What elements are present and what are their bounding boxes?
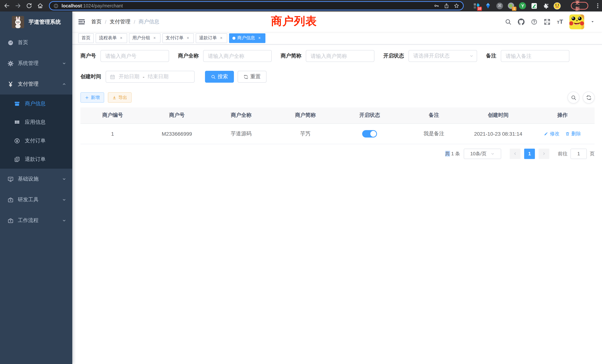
forward-icon[interactable] — [15, 3, 21, 9]
column-header: 商户号 — [145, 107, 209, 123]
filter-row-1: 商户号 商户全称 商户简称 开启状态 请选择开启状态 — [80, 50, 595, 62]
edit-link[interactable]: 修改 — [544, 130, 559, 137]
tags-view: 首页 流程表单× 用户分组× 支付订单× 退款订单× 商户信息× — [72, 32, 602, 44]
navbar: 首页 / 支付管理 / 商户信息 TT — [72, 11, 602, 32]
help-icon[interactable] — [531, 18, 538, 25]
total-count: 共 1 条 — [445, 150, 460, 157]
search-button[interactable]: 搜索 — [205, 71, 234, 83]
extension-circle-icon[interactable]: 1 — [507, 2, 515, 10]
sidebar-item-app-info[interactable]: 应用信息 — [0, 113, 72, 132]
total-number: 1 — [451, 151, 454, 156]
sidebar-item-infrastructure[interactable]: 基础设施 — [0, 169, 72, 189]
date-range-picker[interactable]: 开始日期 - 结束日期 — [106, 71, 195, 83]
sidebar-item-payment[interactable]: 支付管理 — [0, 74, 72, 95]
tab-refund-order[interactable]: 退款订单× — [196, 33, 227, 43]
goto-page-input[interactable] — [570, 149, 587, 159]
extension-y-icon[interactable]: Y — [519, 2, 526, 10]
prev-page-button[interactable] — [510, 149, 520, 159]
page-number-current[interactable]: 1 — [524, 149, 535, 159]
sidebar-item-system[interactable]: 系统管理 — [0, 53, 72, 74]
address-bar[interactable]: localhost:1024/pay/merchant — [49, 1, 464, 10]
merchant-table: 商户编号 商户号 商户全称 商户简称 开启状态 备注 创建时间 操作 1 — [80, 107, 595, 144]
profile-emoji-icon[interactable] — [553, 2, 561, 10]
home-icon[interactable] — [37, 3, 43, 9]
chevron-up-icon — [62, 82, 66, 86]
tab-merchant-info-active[interactable]: 商户信息× — [229, 33, 265, 43]
breadcrumb-home[interactable]: 首页 — [91, 18, 102, 25]
short-name-input[interactable] — [306, 50, 374, 62]
cell-merchant-name: 芋道源码 — [209, 123, 273, 144]
font-size-icon[interactable]: TT — [557, 18, 563, 25]
toggle-knob — [370, 131, 376, 137]
sidebar-item-refund-order[interactable]: 退款订单 — [0, 150, 72, 169]
avatar[interactable] — [569, 14, 584, 29]
sidebar-item-merchant-info[interactable]: 商户信息 — [0, 95, 72, 113]
sidebar-collapse-icon[interactable] — [78, 18, 85, 25]
close-icon[interactable]: × — [185, 35, 191, 41]
extension-command-icon[interactable]: ⌘ — [496, 2, 503, 10]
sidebar-logo[interactable]: 芋道管理系统 — [0, 11, 72, 32]
search-icon — [571, 95, 576, 100]
back-icon[interactable] — [4, 3, 10, 9]
table-tools — [568, 92, 595, 103]
bookmark-star-icon[interactable] — [454, 3, 459, 9]
browser-menu-icon[interactable] — [597, 3, 598, 8]
sidebar-item-pay-order[interactable]: 支付订单 — [0, 132, 72, 150]
extension-gem-icon[interactable] — [484, 2, 492, 10]
button-label: 导出 — [118, 94, 127, 101]
export-button[interactable]: 导出 — [108, 92, 132, 103]
search-icon[interactable] — [505, 18, 512, 25]
reload-icon[interactable] — [26, 3, 32, 9]
tab-home[interactable]: 首页 — [78, 33, 94, 43]
cell-actions: 修改 删除 — [530, 123, 595, 144]
status-select[interactable]: 请选择开启状态 — [408, 50, 477, 62]
sidebar-item-workflow[interactable]: 工作流程 — [0, 210, 72, 231]
command-glyph: ⌘ — [496, 2, 503, 9]
full-name-input[interactable] — [203, 50, 272, 62]
refresh-table-button[interactable] — [583, 92, 595, 103]
tab-pay-order[interactable]: 支付订单× — [162, 33, 194, 43]
filter-merchant-no: 商户号 — [80, 50, 169, 62]
column-header: 创建时间 — [466, 107, 530, 123]
column-header: 商户全称 — [209, 107, 273, 123]
close-icon[interactable]: × — [152, 35, 157, 41]
payment-submenu: 商户信息 应用信息 支付订单 退款订单 — [0, 95, 72, 169]
extensions-puzzle-icon[interactable] — [542, 2, 549, 10]
browser-update-button[interactable]: 更新 — [571, 2, 588, 10]
cell-merchant-no: M233666999 — [145, 123, 209, 144]
sidebar-item-label: 支付订单 — [25, 138, 46, 144]
sidebar-item-dev-tools[interactable]: 研发工具 — [0, 189, 72, 210]
close-icon[interactable]: × — [219, 35, 224, 41]
filter-label: 商户全称 — [178, 53, 199, 59]
reset-button[interactable]: 重置 — [238, 71, 267, 83]
documents-icon — [14, 156, 20, 163]
add-button[interactable]: 新增 — [80, 92, 104, 103]
close-icon[interactable]: × — [119, 35, 124, 41]
github-icon[interactable] — [518, 18, 525, 25]
caret-down-icon[interactable] — [591, 20, 595, 24]
chevron-down-icon — [490, 151, 495, 156]
next-page-button[interactable] — [539, 149, 549, 159]
tab-process-form[interactable]: 流程表单× — [96, 33, 127, 43]
tab-label: 首页 — [82, 35, 90, 41]
status-toggle-on[interactable] — [362, 130, 377, 137]
toggle-search-button[interactable] — [568, 92, 579, 103]
extension-note-icon[interactable] — [530, 2, 538, 10]
close-icon[interactable]: × — [257, 35, 262, 41]
cell-create-time: 2021-10-23 08:31:14 — [466, 123, 530, 144]
page-unit-label: 页 — [590, 150, 595, 157]
sidebar-item-home[interactable]: 首页 — [0, 32, 72, 53]
tab-user-group[interactable]: 用户分组× — [129, 33, 161, 43]
page-size-select[interactable]: 10条/页 — [464, 149, 501, 159]
fullscreen-icon[interactable] — [544, 18, 551, 25]
merchant-no-input[interactable] — [100, 50, 169, 62]
gear-icon — [6, 60, 15, 67]
filter-label: 创建时间 — [80, 73, 101, 80]
extension-diamond-icon[interactable]: 10 — [473, 2, 480, 10]
password-key-icon[interactable] — [434, 3, 439, 9]
delete-link[interactable]: 删除 — [566, 130, 581, 137]
site-info-icon[interactable] — [53, 3, 59, 8]
share-icon[interactable] — [444, 3, 449, 9]
breadcrumb-section[interactable]: 支付管理 — [110, 18, 130, 25]
remark-input[interactable] — [501, 50, 569, 62]
